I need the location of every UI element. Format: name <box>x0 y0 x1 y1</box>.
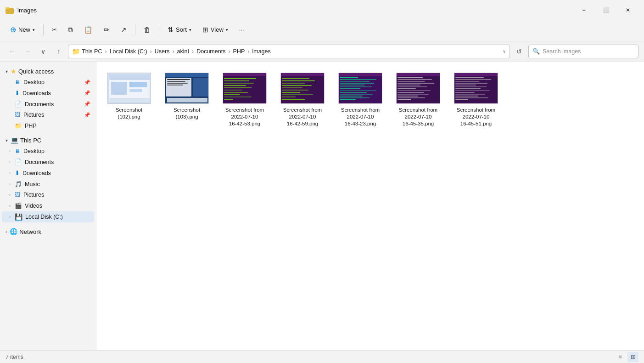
svg-rect-37 <box>282 90 308 91</box>
grid-view-button[interactable]: ⊞ <box>627 352 638 362</box>
sidebar-item-documents-pc[interactable]: › 📄 Documents <box>2 157 94 167</box>
svg-rect-4 <box>109 74 150 80</box>
file-thumb-0 <box>107 73 151 104</box>
svg-rect-25 <box>224 90 242 91</box>
recent-locations-button[interactable]: ∨ <box>37 45 50 58</box>
file-item-0[interactable]: Screenshot(102).png <box>104 69 154 131</box>
svg-rect-66 <box>398 90 431 91</box>
file-item-3[interactable]: Screenshot from2022-07-1016-42-59.png <box>277 69 328 131</box>
new-button[interactable]: ⊕ New ▾ <box>6 22 39 38</box>
delete-button[interactable]: 🗑 <box>139 22 155 38</box>
file-label-5: Screenshot from2022-07-1016-45-35.png <box>399 107 437 127</box>
sidebar-item-downloads-pc[interactable]: › ⬇ Downloads <box>2 168 94 178</box>
svg-rect-56 <box>340 99 356 100</box>
more-button[interactable]: ··· <box>235 22 249 38</box>
window-title: images <box>17 7 37 14</box>
folder-icon-title <box>6 6 14 14</box>
sidebar-network-header[interactable]: › 🌐 Network <box>2 226 94 237</box>
share-button[interactable]: ↗ <box>116 22 131 38</box>
svg-rect-47 <box>340 83 374 84</box>
view-icon: ⊞ <box>202 26 208 34</box>
rename-button[interactable]: ✏ <box>99 22 114 38</box>
file-item-4[interactable]: Screenshot from2022-07-1016-43-23.png <box>335 69 386 131</box>
sidebar-item-pictures-quick[interactable]: 🖼 Pictures 📌 <box>2 110 94 120</box>
sidebar-item-downloads-quick[interactable]: ⬇ Downloads 📌 <box>2 88 94 98</box>
view-button[interactable]: ⊞ View ▾ <box>198 22 233 38</box>
svg-rect-49 <box>340 86 372 87</box>
downloads-quick-icon: ⬇ <box>15 90 20 96</box>
documents-pin-icon: 📌 <box>84 101 90 107</box>
sidebar-item-music-pc[interactable]: › 🎵 Music <box>2 179 94 189</box>
thumbnail-terminal-2 <box>281 73 324 104</box>
address-chevron-icon: ∨ <box>503 49 506 54</box>
svg-rect-52 <box>340 92 367 93</box>
refresh-button[interactable]: ↺ <box>513 45 526 58</box>
svg-rect-78 <box>455 85 476 85</box>
sidebar-item-desktop-pc[interactable]: › 🖥 Desktop <box>2 146 94 156</box>
up-button[interactable]: ↑ <box>52 45 65 58</box>
svg-rect-8 <box>109 99 150 102</box>
downloads-pin-icon: 📌 <box>84 90 90 96</box>
paste-button[interactable]: 📋 <box>79 22 97 38</box>
svg-rect-5 <box>111 82 127 95</box>
sidebar-item-documents-quick[interactable]: 📄 Documents 📌 <box>2 99 94 109</box>
svg-rect-13 <box>167 79 190 80</box>
svg-rect-22 <box>224 83 254 84</box>
desktop-pin-icon: 📌 <box>84 79 90 85</box>
minimize-button[interactable]: − <box>573 3 594 17</box>
share-icon: ↗ <box>121 26 127 34</box>
pictures-pc-icon: 🖼 <box>15 192 21 198</box>
svg-rect-73 <box>454 73 498 76</box>
downloads-quick-label: Downloads <box>22 90 51 96</box>
forward-button[interactable]: → <box>21 45 34 58</box>
pictures-pc-chevron-icon: › <box>9 193 11 197</box>
sidebar-item-desktop-quick[interactable]: 🖥 Desktop 📌 <box>2 77 94 87</box>
pictures-pc-label: Pictures <box>23 192 44 198</box>
thumbnail-terminal-4 <box>397 73 440 104</box>
cut-button[interactable]: ✂ <box>47 22 62 38</box>
address-folder-icon: 📁 <box>72 48 80 55</box>
php-quick-icon: 📁 <box>15 122 22 129</box>
file-item-6[interactable]: Screenshot from2022-07-1016-45-51.png <box>451 69 501 131</box>
address-bar[interactable]: 📁 This PC › Local Disk (C:) › Users › ak… <box>68 45 510 58</box>
sidebar-item-videos-pc[interactable]: › 🎬 Videos <box>2 200 94 211</box>
local-disk-label: Local Disk (C:) <box>25 214 63 220</box>
downloads-pc-label: Downloads <box>22 170 51 176</box>
quick-access-star-icon: ★ <box>11 68 17 75</box>
sort-icon: ⇅ <box>168 26 174 34</box>
sort-chevron-icon: ▾ <box>189 28 191 32</box>
rename-icon: ✏ <box>104 26 110 34</box>
network-label: Network <box>19 228 41 235</box>
file-item-5[interactable]: Screenshot from2022-07-1016-45-35.png <box>393 69 443 131</box>
svg-rect-64 <box>398 86 427 87</box>
svg-rect-31 <box>281 73 324 76</box>
sidebar-quick-access-header[interactable]: ▾ ★ Quick access <box>2 66 94 77</box>
back-button[interactable]: ← <box>6 45 18 58</box>
sidebar-this-pc-header[interactable]: ▾ 💻 This PC <box>2 135 94 146</box>
svg-rect-77 <box>455 83 487 84</box>
downloads-pc-chevron-icon: › <box>9 171 11 176</box>
address-this-pc: This PC <box>82 48 102 55</box>
sidebar-item-local-disk-pc[interactable]: › 💾 Local Disk (C:) <box>2 211 94 222</box>
close-button[interactable]: ✕ <box>617 3 638 17</box>
copy-button[interactable]: ⧉ <box>63 22 78 38</box>
file-item-1[interactable]: Screenshot(103).png <box>162 69 212 131</box>
sidebar-item-pictures-pc[interactable]: › 🖼 Pictures <box>2 190 94 200</box>
file-thumb-4 <box>338 73 382 104</box>
sidebar-item-php-quick[interactable]: 📁 PHP <box>2 120 94 131</box>
more-icon: ··· <box>239 26 244 33</box>
search-bar[interactable]: 🔍 Search images <box>528 45 638 58</box>
files-grid: Screenshot(102).png <box>104 69 637 131</box>
pictures-quick-label: Pictures <box>23 112 44 118</box>
documents-pc-icon: 📄 <box>15 159 22 165</box>
maximize-button[interactable]: ⬜ <box>595 3 616 17</box>
svg-rect-50 <box>340 88 360 89</box>
paste-icon: 📋 <box>84 26 93 34</box>
list-view-button[interactable]: ≡ <box>615 352 626 362</box>
title-bar-left: images <box>6 6 37 14</box>
svg-rect-24 <box>224 87 252 88</box>
svg-rect-16 <box>167 85 183 85</box>
sort-button[interactable]: ⇅ Sort ▾ <box>163 22 196 38</box>
file-item-2[interactable]: Screenshot from2022-07-1016-42-53.png <box>219 69 270 131</box>
this-pc-icon: 💻 <box>11 136 18 144</box>
